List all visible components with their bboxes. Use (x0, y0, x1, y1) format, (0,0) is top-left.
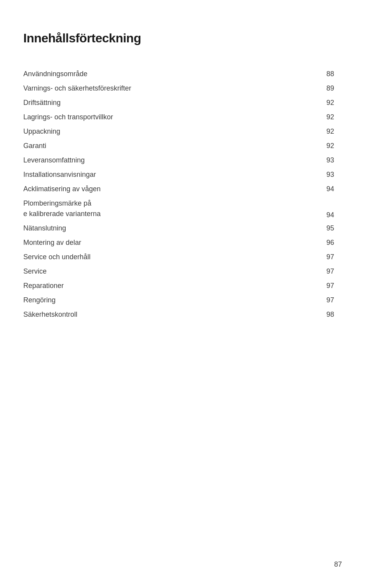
toc-label: Nätanslutning (23, 223, 319, 234)
toc-row: Uppackning92 (23, 126, 342, 137)
toc-label: Varnings- och säkerhetsföreskrifter (23, 83, 319, 94)
toc-label: Leveransomfattning (23, 155, 319, 166)
toc-label: Säkerhetskontroll (23, 309, 319, 320)
toc-page-number: 93 (319, 156, 342, 164)
toc-page-number: 89 (319, 84, 342, 92)
toc-row: Varnings- och säkerhetsföreskrifter89 (23, 83, 342, 94)
toc-label: Garanti (23, 141, 319, 151)
toc-label: Installationsanvisningar (23, 169, 319, 180)
toc-page-number: 97 (319, 253, 342, 261)
toc-row: Montering av delar96 (23, 237, 342, 248)
toc-row: Reparationer97 (23, 281, 342, 291)
toc-page-number: 92 (319, 142, 342, 150)
toc-row: Rengöring97 (23, 295, 342, 305)
toc-page-number: 88 (319, 70, 342, 78)
toc-page-number: 97 (319, 296, 342, 304)
toc-page-number: 92 (319, 99, 342, 107)
toc-label: Plomberingsmärke påe kalibrerade variant… (23, 198, 319, 219)
toc-row: Installationsanvisningar93 (23, 169, 342, 180)
toc-label: Reparationer (23, 281, 319, 291)
toc-label: Lagrings- och transportvillkor (23, 112, 319, 122)
toc-page-number: 96 (319, 239, 342, 247)
toc-row: Säkerhetskontroll98 (23, 309, 342, 320)
toc-page-number: 92 (319, 127, 342, 136)
toc-label: Uppackning (23, 126, 319, 137)
toc-page-number: 97 (319, 267, 342, 276)
toc-page-number: 95 (319, 224, 342, 232)
toc-page-number: 94 (319, 211, 342, 219)
toc-row: Leveransomfattning93 (23, 155, 342, 166)
toc-page-number: 98 (319, 311, 342, 319)
toc-row: Service97 (23, 266, 342, 277)
toc-label: Acklimatisering av vågen (23, 184, 319, 194)
toc-row: Driftsättning92 (23, 98, 342, 108)
page-container: Innehållsförteckning Användningsområde88… (0, 0, 373, 588)
toc-row: Garanti92 (23, 141, 342, 151)
toc-page-number: 92 (319, 113, 342, 121)
toc-row: Service och underhåll97 (23, 252, 342, 262)
toc-page-number: 97 (319, 282, 342, 290)
toc-page-number: 94 (319, 185, 342, 193)
toc-label: Användningsområde (23, 69, 319, 79)
toc-row: Acklimatisering av vågen94 (23, 184, 342, 194)
toc-list: Användningsområde88Varnings- och säkerhe… (23, 69, 342, 320)
toc-label: Service (23, 266, 319, 277)
toc-label: Montering av delar (23, 237, 319, 248)
toc-row: Användningsområde88 (23, 69, 342, 79)
toc-row: Lagrings- och transportvillkor92 (23, 112, 342, 122)
toc-label: Service och underhåll (23, 252, 319, 262)
toc-page-number: 93 (319, 171, 342, 179)
toc-row: Plomberingsmärke påe kalibrerade variant… (23, 198, 342, 219)
toc-label: Driftsättning (23, 98, 319, 108)
toc-row: Nätanslutning95 (23, 223, 342, 234)
page-number: 87 (334, 560, 342, 569)
page-title: Innehållsförteckning (23, 31, 342, 45)
toc-label: Rengöring (23, 295, 319, 305)
